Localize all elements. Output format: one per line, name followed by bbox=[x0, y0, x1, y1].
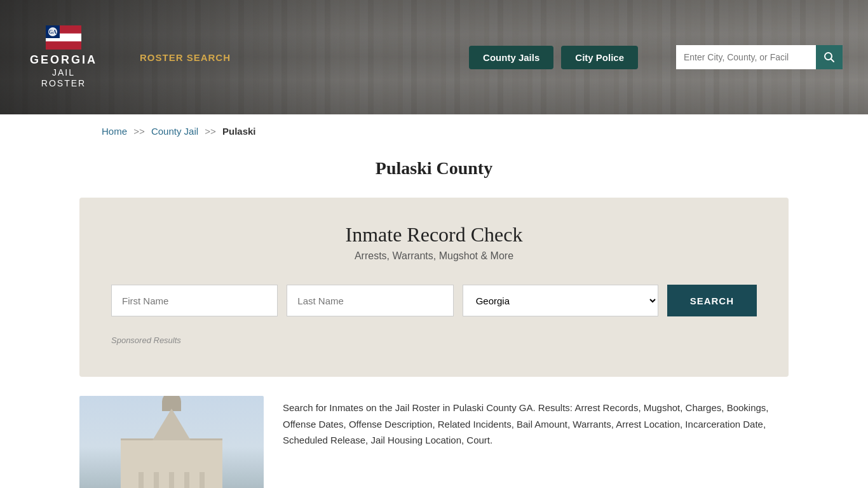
header-search-button[interactable] bbox=[816, 45, 843, 69]
record-search-button[interactable]: SEARCH bbox=[667, 285, 757, 316]
page-title: Pulaski County bbox=[0, 148, 868, 198]
svg-rect-3 bbox=[46, 42, 81, 50]
breadcrumb: Home >> County Jail >> Pulaski bbox=[0, 114, 868, 148]
logo-jail: JAIL bbox=[52, 67, 75, 78]
header-search-area bbox=[676, 45, 843, 69]
column-1 bbox=[139, 472, 144, 488]
courthouse-dome bbox=[162, 396, 181, 411]
site-header: GA GEORGIA JAIL ROSTER ROSTER SEARCH Cou… bbox=[0, 0, 868, 114]
georgia-flag-icon: GA bbox=[46, 25, 81, 50]
breadcrumb-sep-1: >> bbox=[133, 126, 145, 137]
header-nav: ROSTER SEARCH County Jails City Police bbox=[140, 45, 843, 69]
column-5 bbox=[200, 472, 205, 488]
last-name-input[interactable] bbox=[287, 285, 453, 316]
courthouse-image bbox=[79, 396, 264, 488]
logo-georgia: GEORGIA bbox=[30, 53, 97, 67]
column-2 bbox=[154, 472, 159, 488]
record-check-subtitle: Arrests, Warrants, Mugshot & More bbox=[111, 250, 757, 262]
column-4 bbox=[184, 472, 189, 488]
breadcrumb-current: Pulaski bbox=[222, 126, 256, 137]
search-icon bbox=[824, 51, 835, 63]
record-check-section: Inmate Record Check Arrests, Warrants, M… bbox=[79, 198, 789, 377]
first-name-input[interactable] bbox=[111, 285, 278, 316]
svg-text:GA: GA bbox=[49, 29, 57, 35]
svg-line-8 bbox=[831, 59, 834, 62]
bottom-section: Search for Inmates on the Jail Roster in… bbox=[79, 396, 789, 488]
breadcrumb-home[interactable]: Home bbox=[102, 126, 127, 137]
city-police-button[interactable]: City Police bbox=[561, 46, 638, 69]
breadcrumb-sep-2: >> bbox=[205, 126, 216, 137]
column-3 bbox=[169, 472, 174, 488]
nav-buttons: County Jails City Police bbox=[469, 46, 638, 69]
record-check-title: Inmate Record Check bbox=[111, 223, 757, 247]
breadcrumb-county-jail[interactable]: County Jail bbox=[151, 126, 198, 137]
state-select[interactable]: AlabamaAlaskaArizonaArkansasCaliforniaCo… bbox=[463, 285, 658, 316]
county-jails-button[interactable]: County Jails bbox=[469, 46, 553, 69]
logo-roster: ROSTER bbox=[41, 78, 86, 89]
header-search-input[interactable] bbox=[676, 45, 816, 69]
roster-search-link[interactable]: ROSTER SEARCH bbox=[140, 52, 231, 63]
record-check-form: AlabamaAlaskaArizonaArkansasCaliforniaCo… bbox=[111, 285, 757, 316]
bottom-description: Search for Inmates on the Jail Roster in… bbox=[283, 396, 789, 488]
site-logo[interactable]: GA GEORGIA JAIL ROSTER bbox=[25, 25, 102, 88]
courthouse-columns bbox=[133, 459, 210, 488]
sponsored-results: Sponsored Results bbox=[111, 336, 757, 345]
